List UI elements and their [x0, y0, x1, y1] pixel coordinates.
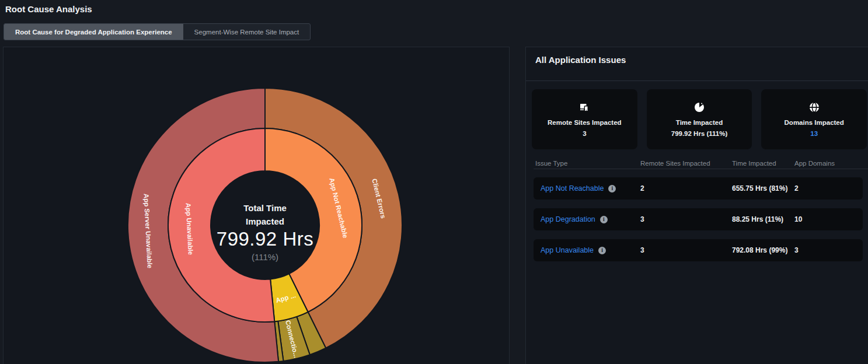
tab-root-cause-degraded-app-experience[interactable]: Root Cause for Degraded Application Expe…: [4, 24, 183, 40]
card-label: Time Impacted: [676, 119, 723, 126]
panel-divider: [526, 80, 868, 81]
page-title: Root Cause Analysis: [5, 4, 92, 14]
issue-type-label: App Not Reachable: [541, 184, 604, 192]
issue-type-link[interactable]: App Not Reachable i: [541, 184, 640, 192]
summary-cards: Remote Sites Impacted 3 Time Impacted 79…: [532, 89, 867, 149]
card-remote-sites-impacted: Remote Sites Impacted 3: [532, 89, 637, 149]
panel-title: All Application Issues: [535, 55, 626, 65]
cell-time-impacted: 792.08 Hrs (99%): [732, 246, 794, 254]
card-domains-impacted: Domains Impacted 13: [761, 89, 867, 149]
all-application-issues-panel: All Application Issues Remote Sites Impa…: [525, 47, 868, 364]
cell-remote-sites: 3: [640, 215, 732, 223]
cell-app-domains: 2: [794, 184, 863, 192]
table-row-app-unavailable[interactable]: App Unavailable i 3 792.08 Hrs (99%) 3: [534, 239, 863, 261]
card-label: Remote Sites Impacted: [548, 119, 622, 126]
card-label: Domains Impacted: [785, 119, 844, 126]
tab-label: Segment-Wise Remote Site Impact: [194, 29, 299, 36]
cell-time-impacted: 655.75 Hrs (81%): [732, 184, 794, 192]
col-time-impacted: Time Impacted: [732, 160, 794, 169]
devices-icon: [579, 102, 590, 113]
globe-icon: [809, 102, 820, 113]
cell-app-domains: 10: [794, 215, 863, 223]
table-header-divider: [534, 169, 868, 169]
cell-app-domains: 3: [794, 246, 863, 254]
tab-group: Root Cause for Degraded Application Expe…: [4, 23, 311, 40]
cell-remote-sites: 2: [640, 184, 732, 192]
root-cause-chart-panel: Client ErrorsConnectio...App Server Unav…: [3, 47, 510, 364]
cell-time-impacted: 88.25 Hrs (11%): [732, 215, 794, 223]
sunburst-chart: Client ErrorsConnectio...App Server Unav…: [4, 47, 510, 364]
info-icon[interactable]: i: [598, 247, 606, 254]
tab-label: Root Cause for Degraded Application Expe…: [15, 29, 172, 36]
issue-type-link[interactable]: App Degradation i: [541, 215, 640, 223]
tab-segment-wise-remote-site-impact[interactable]: Segment-Wise Remote Site Impact: [183, 24, 311, 40]
domains-impacted-link[interactable]: 13: [810, 130, 818, 137]
table-row-app-degradation[interactable]: App Degradation i 3 88.25 Hrs (11%) 10: [534, 208, 863, 230]
table-row-app-not-reachable[interactable]: App Not Reachable i 2 655.75 Hrs (81%) 2: [534, 177, 863, 200]
clock-icon: [694, 102, 705, 113]
card-value: 799.92 Hrs (111%): [671, 130, 728, 137]
issues-table-header: Issue Type Remote Sites Impacted Time Im…: [526, 160, 868, 169]
info-icon[interactable]: i: [600, 216, 608, 223]
col-remote-sites-impacted: Remote Sites Impacted: [640, 160, 732, 169]
issue-type-label: App Unavailable: [541, 246, 594, 254]
card-value: 3: [583, 130, 586, 137]
info-icon[interactable]: i: [608, 185, 616, 192]
issue-type-label: App Degradation: [541, 215, 595, 223]
issue-type-link[interactable]: App Unavailable i: [541, 246, 640, 254]
cell-remote-sites: 3: [640, 246, 732, 254]
col-issue-type: Issue Type: [535, 160, 640, 169]
col-app-domains: App Domains: [794, 160, 868, 169]
card-time-impacted: Time Impacted 799.92 Hrs (111%): [647, 89, 752, 149]
